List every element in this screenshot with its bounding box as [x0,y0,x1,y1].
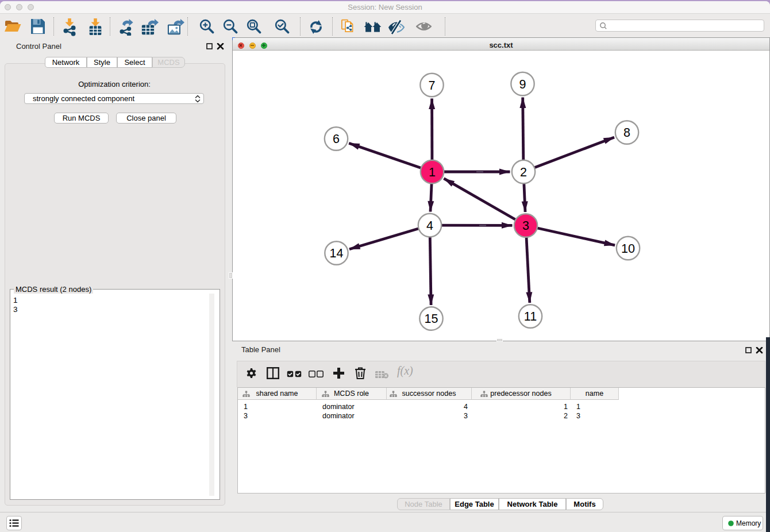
svg-text:2: 2 [520,165,527,179]
svg-text:7: 7 [429,79,436,92]
svg-text:10: 10 [621,242,635,256]
svg-text:8: 8 [623,126,630,140]
svg-text:6: 6 [333,132,340,146]
svg-text:15: 15 [425,312,438,326]
svg-text:14: 14 [330,246,344,260]
svg-text:3: 3 [522,219,529,233]
svg-text:9: 9 [519,78,526,91]
svg-text:1: 1 [429,165,436,179]
svg-text:11: 11 [524,310,537,323]
svg-text:4: 4 [426,219,433,233]
